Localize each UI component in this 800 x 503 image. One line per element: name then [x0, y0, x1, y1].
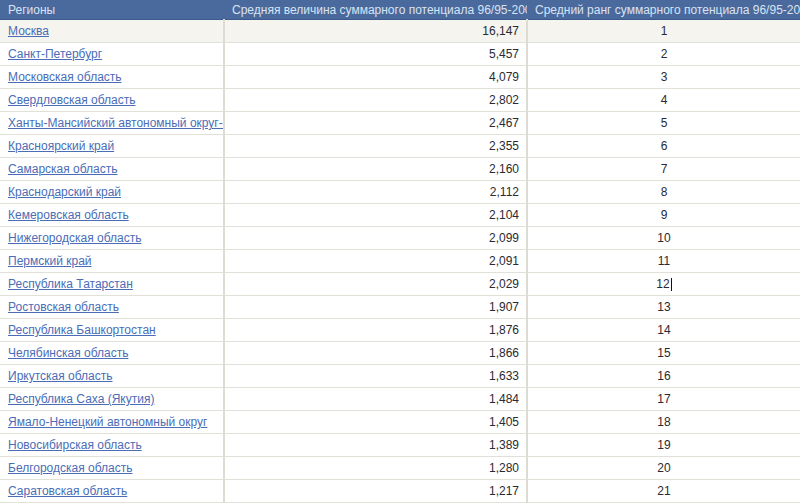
- table-row: Новосибирская область1,38919: [0, 434, 800, 457]
- region-cell: Ханты-Мансийский автономный округ-Югра: [0, 112, 224, 135]
- average-potential-value: 1,405: [224, 411, 527, 434]
- average-potential-value: 2,104: [224, 204, 527, 227]
- region-link[interactable]: Республика Башкортостан: [8, 323, 156, 337]
- table-row: Краснодарский край2,1128: [0, 181, 800, 204]
- region-cell: Челябинская область: [0, 342, 224, 365]
- average-potential-value: 2,802: [224, 89, 527, 112]
- average-rank-value: 18: [527, 411, 800, 434]
- region-link[interactable]: Красноярский край: [8, 139, 114, 153]
- region-cell: Новосибирская область: [0, 434, 224, 457]
- average-potential-value: 16,147: [224, 20, 527, 43]
- region-link[interactable]: Московская область: [8, 70, 122, 84]
- region-cell: Ростовская область: [0, 296, 224, 319]
- table-row: Московская область4,0793: [0, 66, 800, 89]
- rank-text: 6: [661, 139, 668, 153]
- region-link[interactable]: Ханты-Мансийский автономный округ-Югра: [8, 116, 224, 130]
- region-link[interactable]: Свердловская область: [8, 93, 135, 107]
- average-potential-value: 1,217: [224, 480, 527, 503]
- table-row: Нижегородская область2,09910: [0, 227, 800, 250]
- table-header: Регионы Средняя величина суммарного поте…: [0, 0, 800, 20]
- average-rank-value: 13: [527, 296, 800, 319]
- table-row: Саратовская область1,21721: [0, 480, 800, 503]
- region-cell: Республика Башкортостан: [0, 319, 224, 342]
- region-cell: Республика Татарстан: [0, 273, 224, 296]
- region-link[interactable]: Санкт-Петербург: [8, 47, 102, 61]
- rank-text: 12: [656, 277, 669, 291]
- region-cell: Московская область: [0, 66, 224, 89]
- rank-text: 15: [657, 346, 670, 360]
- table-row: Ханты-Мансийский автономный округ-Югра2,…: [0, 112, 800, 135]
- region-link[interactable]: Белгородская область: [8, 461, 132, 475]
- table-body: Москва16,1471Санкт-Петербург5,4572Москов…: [0, 20, 800, 503]
- rank-text: 19: [657, 438, 670, 452]
- average-rank-value: 12: [527, 273, 800, 296]
- table-row: Свердловская область2,8024: [0, 89, 800, 112]
- average-rank-value: 17: [527, 388, 800, 411]
- region-link[interactable]: Новосибирская область: [8, 438, 142, 452]
- column-header-regions: Регионы: [0, 0, 224, 20]
- average-potential-value: 1,876: [224, 319, 527, 342]
- table-row: Ямало-Ненецкий автономный округ1,40518: [0, 411, 800, 434]
- region-cell: Самарская область: [0, 158, 224, 181]
- region-cell: Краснодарский край: [0, 181, 224, 204]
- average-rank-value: 10: [527, 227, 800, 250]
- average-rank-value: 14: [527, 319, 800, 342]
- region-link[interactable]: Самарская область: [8, 162, 118, 176]
- rank-text: 16: [657, 369, 670, 383]
- average-potential-value: 4,079: [224, 66, 527, 89]
- region-cell: Саратовская область: [0, 480, 224, 503]
- region-link[interactable]: Ростовская область: [8, 300, 119, 314]
- average-rank-value: 1: [527, 20, 800, 43]
- rank-text: 9: [661, 208, 668, 222]
- average-rank-value: 8: [527, 181, 800, 204]
- rank-text: 14: [657, 323, 670, 337]
- rank-text: 18: [657, 415, 670, 429]
- column-header-average-potential: Средняя величина суммарного потенциала 9…: [224, 0, 527, 20]
- average-potential-value: 1,484: [224, 388, 527, 411]
- rank-text: 7: [661, 162, 668, 176]
- rank-text: 11: [658, 254, 670, 268]
- table-row: Кемеровская область2,1049: [0, 204, 800, 227]
- average-rank-value: 16: [527, 365, 800, 388]
- table-row: Санкт-Петербург5,4572: [0, 43, 800, 66]
- rank-text: 13: [657, 300, 670, 314]
- region-link[interactable]: Республика Татарстан: [8, 277, 133, 291]
- average-potential-value: 2,160: [224, 158, 527, 181]
- region-link[interactable]: Ямало-Ненецкий автономный округ: [8, 415, 207, 429]
- region-cell: Пермский край: [0, 250, 224, 273]
- average-potential-value: 5,457: [224, 43, 527, 66]
- average-potential-value: 1,280: [224, 457, 527, 480]
- rank-text: 20: [657, 461, 670, 475]
- region-link[interactable]: Москва: [8, 24, 49, 38]
- table-row: Челябинская область1,86615: [0, 342, 800, 365]
- region-cell: Свердловская область: [0, 89, 224, 112]
- region-link[interactable]: Пермский край: [8, 254, 92, 268]
- region-link[interactable]: Республика Саха (Якутия): [8, 392, 154, 406]
- region-cell: Иркутская область: [0, 365, 224, 388]
- region-link[interactable]: Челябинская область: [8, 346, 128, 360]
- region-cell: Москва: [0, 20, 224, 43]
- region-link[interactable]: Иркутская область: [8, 369, 113, 383]
- average-potential-value: 2,091: [224, 250, 527, 273]
- regions-potential-table-page: Регионы Средняя величина суммарного поте…: [0, 0, 800, 503]
- table-row: Республика Саха (Якутия)1,48417: [0, 388, 800, 411]
- table-row: Москва16,1471: [0, 20, 800, 43]
- table-row: Красноярский край2,3556: [0, 135, 800, 158]
- region-link[interactable]: Кемеровская область: [8, 208, 129, 222]
- average-rank-value: 20: [527, 457, 800, 480]
- region-cell: Нижегородская область: [0, 227, 224, 250]
- region-link[interactable]: Краснодарский край: [8, 185, 121, 199]
- region-cell: Кемеровская область: [0, 204, 224, 227]
- average-rank-value: 21: [527, 480, 800, 503]
- rank-text: 8: [661, 185, 668, 199]
- region-cell: Республика Саха (Якутия): [0, 388, 224, 411]
- average-potential-value: 1,907: [224, 296, 527, 319]
- region-link[interactable]: Нижегородская область: [8, 231, 141, 245]
- table-row: Ростовская область1,90713: [0, 296, 800, 319]
- rank-text: 21: [657, 484, 670, 498]
- rank-text: 5: [661, 116, 668, 130]
- text-cursor-caret: [671, 278, 672, 291]
- region-link[interactable]: Саратовская область: [8, 484, 127, 498]
- rank-text: 1: [661, 24, 668, 38]
- table-row: Самарская область2,1607: [0, 158, 800, 181]
